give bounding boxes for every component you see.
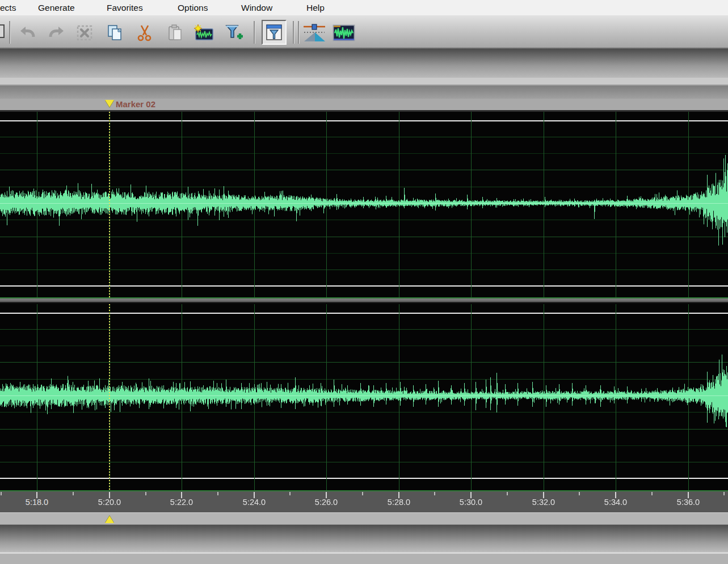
crossfade-button[interactable]: [302, 22, 326, 44]
menu-item-favorites[interactable]: Favorites: [107, 2, 143, 14]
timeline-minor-tick: [651, 492, 653, 495]
timeline-minor-tick: [289, 492, 291, 495]
timeline-label: 5:34.0: [604, 498, 627, 507]
menu-item-generate[interactable]: Generate: [38, 2, 75, 14]
timeline-minor-tick: [145, 492, 146, 495]
header-band: [0, 86, 728, 99]
divider-grip: [0, 298, 728, 303]
timeline-label: 5:20.0: [98, 498, 121, 507]
delete-selection-button[interactable]: [74, 22, 95, 44]
toolbar: [0, 15, 728, 49]
waveform-view-button[interactable]: [332, 22, 356, 44]
cut-icon: [136, 24, 154, 42]
timeline-ruler[interactable]: 5:18.05:20.05:22.05:24.05:26.05:28.05:30…: [0, 491, 728, 512]
paste-to-new-button[interactable]: [193, 22, 214, 44]
timeline-minor-tick: [362, 492, 363, 495]
timeline-minor-tick: [507, 492, 508, 495]
crossfade-icon: [303, 23, 326, 43]
paste-icon: [166, 24, 184, 42]
timeline-label: 5:30.0: [460, 498, 482, 507]
menu-bar: ects Generate Favorites Options Window H…: [0, 0, 728, 15]
delete-selection-icon: [75, 24, 94, 42]
cut-button[interactable]: [134, 22, 155, 44]
toolbar-separator: [298, 21, 300, 44]
redo-button[interactable]: [45, 22, 67, 44]
timeline-label: 5:32.0: [532, 498, 555, 507]
copy-button[interactable]: [104, 22, 126, 44]
timeline-minor-tick: [579, 492, 580, 495]
paste-button[interactable]: [165, 22, 186, 44]
channel-divider[interactable]: [0, 297, 728, 304]
timeline-minor-tick: [217, 492, 218, 495]
paste-to-new-icon: [193, 24, 214, 42]
audio-editor-window: ects Generate Favorites Options Window H…: [0, 0, 728, 564]
timeline-minor-tick: [434, 492, 435, 495]
timeline-label: 5:36.0: [677, 498, 700, 507]
funnel-window-icon: [264, 23, 284, 42]
timeline-label: 5:18.0: [26, 498, 48, 507]
session-band: [0, 49, 728, 78]
toolbar-separator: [9, 21, 11, 44]
marker-handle-bottom[interactable]: [105, 516, 114, 523]
timeline-minor-tick: [73, 492, 74, 495]
marker-strip-bottom[interactable]: [0, 512, 728, 525]
marker-strip[interactable]: [0, 99, 728, 110]
copy-icon: [106, 24, 124, 42]
menu-item-options[interactable]: Options: [178, 2, 208, 14]
waveform-frame-icon: [333, 23, 355, 43]
toolbar-separator: [293, 21, 294, 44]
timeline-label: 5:24.0: [243, 498, 266, 507]
funnel-plus-icon: [225, 24, 244, 42]
timeline-minor-tick: [1, 492, 2, 495]
marker-handle-top[interactable]: [105, 100, 114, 107]
partial-button[interactable]: [0, 24, 5, 38]
transport-bar: [0, 554, 728, 564]
timeline-label: 5:22.0: [170, 498, 193, 507]
redo-icon: [47, 24, 65, 42]
toolbar-separator: [254, 21, 255, 44]
menu-item-help[interactable]: Help: [306, 2, 325, 14]
lower-band: [0, 525, 728, 552]
timeline-minor-tick: [723, 492, 725, 495]
menu-item-effects-partial[interactable]: ects: [0, 2, 16, 14]
marker-label[interactable]: Marker 02: [116, 99, 155, 109]
mix-paste-button[interactable]: [224, 22, 245, 44]
show-effects-panel-button[interactable]: [262, 20, 287, 45]
timeline-label: 5:26.0: [315, 498, 338, 507]
menu-item-window[interactable]: Window: [241, 2, 272, 14]
marker-line: [109, 112, 110, 297]
undo-button[interactable]: [17, 22, 39, 44]
marker-line: [109, 304, 110, 490]
timeline-label: 5:28.0: [388, 498, 410, 507]
undo-icon: [19, 24, 37, 42]
light-strip: [0, 78, 728, 86]
